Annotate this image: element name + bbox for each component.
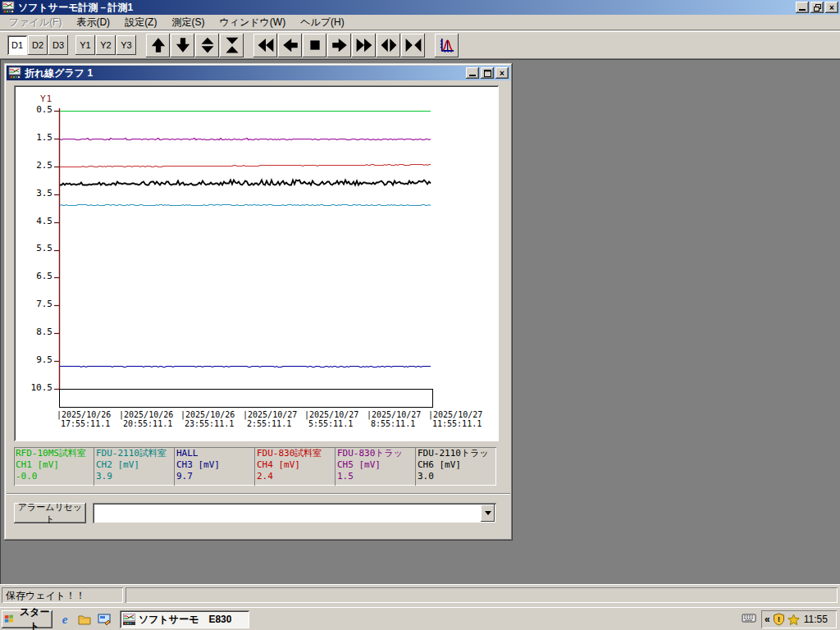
- menu-file[interactable]: ファイル(F): [2, 14, 69, 31]
- chart-panel: Y1 0.5 1.5 2.5 3.5 4.5 5.5 6.5 7.5 8.5 9…: [14, 85, 499, 441]
- combo-value[interactable]: [95, 505, 479, 521]
- toolbar-y1-button[interactable]: Y1: [75, 35, 95, 55]
- menu-view[interactable]: 表示(D): [69, 14, 117, 31]
- star-icon[interactable]: [788, 614, 800, 626]
- legend-cell-ch6: FDU-2110トラッ CH6 [mV] 3.0: [416, 447, 496, 486]
- toolbar-expand-horizontal-button[interactable]: [377, 34, 400, 57]
- task-button-label: ソフトサーモ E830: [139, 613, 231, 627]
- expand-vertical-icon: [199, 37, 216, 53]
- x-label-3: |2025/10/27 2:55:11.1: [243, 410, 310, 428]
- down-arrow-icon: [175, 37, 191, 53]
- y-tick-0: 0.5: [21, 105, 52, 114]
- y-tick-1: 1.5: [21, 133, 52, 142]
- toolbar-step-right-button[interactable]: [327, 34, 351, 57]
- legend-ch2-name: FDU-2110試料室: [96, 448, 172, 459]
- quick-launch-desktop[interactable]: [97, 612, 112, 627]
- graph-minimize-button[interactable]: [466, 67, 479, 79]
- y-tick-3: 3.5: [21, 189, 52, 198]
- legend-ch2-label: CH2 [mV]: [96, 459, 172, 471]
- taskbar-clock[interactable]: 11:55: [804, 614, 828, 625]
- legend-cell-ch2: FDU-2110試料室 CH2 [mV] 3.9: [94, 447, 175, 486]
- y-tick-8: 8.5: [21, 327, 52, 336]
- app-icon: [2, 1, 15, 14]
- legend-ch1-name: RFD-10MS試料室: [16, 448, 92, 459]
- left-arrow-icon: [282, 37, 299, 53]
- status-panel-2: [126, 587, 838, 603]
- menu-settings[interactable]: 設定(Z): [117, 14, 164, 31]
- y-tick-6: 6.5: [21, 272, 52, 281]
- legend-ch6-name: FDU-2110トラッ: [418, 448, 495, 459]
- toolbar-up-button[interactable]: [146, 34, 170, 57]
- fast-forward-icon: [356, 37, 372, 53]
- toolbar-collapse-horizontal-button[interactable]: [401, 34, 425, 57]
- toolbar-rewind-button[interactable]: [253, 34, 277, 57]
- toolbar-stop-button[interactable]: [303, 34, 326, 57]
- toolbar: D1 D2 D3 Y1 Y2 Y3: [0, 31, 840, 59]
- close-button[interactable]: ×: [825, 2, 838, 13]
- graph-window-icon: [8, 66, 21, 80]
- expand-horizontal-icon: [381, 37, 397, 53]
- windows-logo-icon: [4, 614, 14, 625]
- collapse-horizontal-icon: [405, 37, 422, 53]
- y-tick-4: 4.5: [21, 217, 52, 226]
- y-tick-10: 10.5: [21, 383, 52, 392]
- legend-ch3-label: CH3 [mV]: [176, 459, 253, 471]
- quick-launch-folder[interactable]: [77, 612, 92, 627]
- menu-help[interactable]: ヘルプ(H): [293, 14, 352, 31]
- toolbar-down-button[interactable]: [171, 34, 194, 57]
- x-label-1: |2025/10/26 20:55:11.1: [119, 410, 186, 428]
- start-label: スタート: [16, 605, 52, 630]
- x-label-6: |2025/10/27 11:55:11.1: [428, 410, 495, 428]
- alarm-reset-button[interactable]: アラームリセット: [14, 503, 86, 523]
- menu-bar: ファイル(F) 表示(D) 設定(Z) 測定(S) ウィンドウ(W) ヘルプ(H…: [0, 15, 840, 30]
- graph-maximize-icon: [484, 70, 491, 77]
- keyboard-language-icon[interactable]: [742, 612, 756, 626]
- toolbar-collapse-vertical-button[interactable]: [220, 34, 244, 57]
- graph-close-button[interactable]: ×: [495, 67, 509, 79]
- toolbar-fast-forward-button[interactable]: [352, 34, 376, 57]
- channel-legend: RFD-10MS試料室 CH1 [mV] -0.0 FDU-2110試料室 CH…: [14, 447, 496, 486]
- graph-maximize-button[interactable]: [481, 67, 494, 79]
- channel-combo-box[interactable]: [93, 503, 496, 523]
- collapse-vertical-icon: [224, 37, 240, 53]
- stop-icon: [307, 37, 323, 53]
- taskbar: スタート e ソフトサーモ E830 « ! 11:55: [0, 607, 840, 630]
- legend-ch5-value: 1.5: [337, 471, 413, 482]
- x-label-0: |2025/10/26 17:55:11.1: [57, 410, 124, 428]
- status-message: 保存ウェイト！！: [2, 587, 123, 603]
- status-bar: 保存ウェイト！！: [0, 584, 840, 605]
- legend-cell-ch3: HALL CH3 [mV] 9.7: [175, 447, 255, 486]
- toolbar-y3-button[interactable]: Y3: [116, 35, 136, 55]
- restore-icon: [814, 4, 821, 11]
- menu-measure[interactable]: 測定(S): [164, 14, 212, 31]
- toolbar-y2-button[interactable]: Y2: [96, 35, 116, 55]
- toolbar-step-left-button[interactable]: [278, 34, 302, 57]
- toolbar-graph-setup-button[interactable]: [435, 34, 459, 57]
- quick-launch-ie[interactable]: e: [57, 612, 72, 627]
- legend-ch4-name: FDU-830試料室: [257, 448, 333, 459]
- legend-ch6-value: 3.0: [418, 471, 495, 482]
- graph-window-title-bar: 折れ線グラフ 1 ×: [7, 66, 510, 80]
- minimize-button[interactable]: [796, 2, 809, 13]
- restore-button[interactable]: [810, 2, 824, 13]
- legend-ch5-label: CH5 [mV]: [337, 459, 413, 471]
- combo-dropdown-button[interactable]: [481, 504, 495, 522]
- toolbar-expand-vertical-button[interactable]: [195, 34, 219, 57]
- graph-minimize-icon: [469, 75, 476, 76]
- legend-ch4-value: 2.4: [257, 471, 333, 482]
- separator: [7, 493, 510, 495]
- legend-ch6-label: CH6 [mV]: [418, 459, 495, 471]
- security-shield-icon[interactable]: !: [773, 613, 785, 626]
- graph-setup-icon: [439, 37, 455, 53]
- toolbar-d1-button[interactable]: D1: [7, 35, 27, 55]
- toolbar-d3-button[interactable]: D3: [48, 35, 68, 55]
- toolbar-d2-button[interactable]: D2: [28, 35, 48, 55]
- y-tick-7: 7.5: [21, 299, 52, 308]
- tray-overflow-chevron[interactable]: «: [765, 614, 770, 625]
- folder-icon: [78, 614, 91, 625]
- start-button[interactable]: スタート: [2, 610, 52, 628]
- mdi-client-area: 折れ線グラフ 1 × Y1 0.5 1.5 2.5 3.5 4.5 5.5 6.…: [0, 59, 840, 584]
- legend-ch1-value: -0.0: [16, 471, 92, 482]
- menu-window[interactable]: ウィンドウ(W): [212, 14, 293, 31]
- task-button-softthermo[interactable]: ソフトサーモ E830: [120, 610, 249, 628]
